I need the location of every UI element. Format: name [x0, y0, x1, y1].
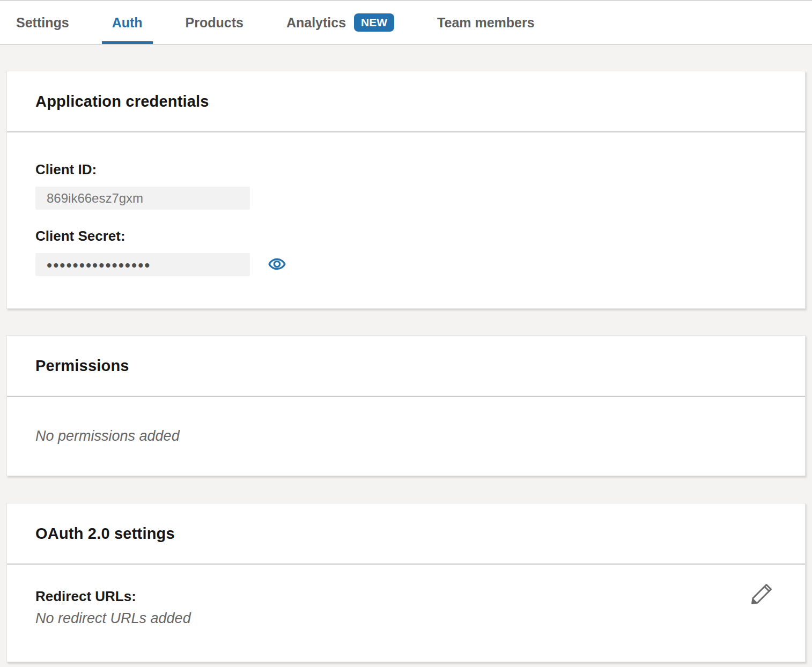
tab-team-members[interactable]: Team members	[427, 1, 545, 44]
client-secret-row: ••••••••••••••••	[35, 253, 777, 276]
no-permissions-text: No permissions added	[35, 428, 180, 444]
tab-settings-label: Settings	[16, 15, 69, 31]
oauth-settings-header: OAuth 2.0 settings	[7, 503, 805, 565]
tab-analytics[interactable]: Analytics NEW	[276, 1, 404, 44]
pencil-icon	[750, 600, 773, 608]
tab-bar: Settings Auth Products Analytics NEW Tea…	[0, 0, 812, 45]
main-content: Application credentials Client ID: 869ik…	[0, 45, 812, 662]
oauth-settings-body: Redirect URLs: No redirect URLs added	[7, 565, 805, 627]
permissions-title: Permissions	[35, 357, 129, 375]
reveal-secret-button[interactable]	[268, 256, 286, 274]
application-credentials-card: Application credentials Client ID: 869ik…	[6, 71, 806, 309]
redirect-urls-label: Redirect URLs:	[35, 588, 777, 605]
oauth-settings-card: OAuth 2.0 settings Redirect URLs: No red…	[6, 503, 806, 662]
client-id-label: Client ID:	[35, 161, 777, 178]
permissions-body: No permissions added	[7, 397, 805, 476]
permissions-card: Permissions No permissions added	[6, 335, 806, 476]
permissions-header: Permissions	[7, 336, 805, 397]
new-badge: NEW	[354, 13, 394, 32]
application-credentials-title: Application credentials	[35, 93, 209, 110]
client-id-value: 869ik66esz7gxm	[47, 191, 143, 206]
tab-auth-label: Auth	[112, 15, 143, 31]
client-secret-masked-value: ••••••••••••••••	[47, 256, 151, 273]
client-secret-label: Client Secret:	[35, 228, 777, 244]
application-credentials-body: Client ID: 869ik66esz7gxm Client Secret:…	[7, 132, 805, 276]
tab-team-members-label: Team members	[437, 15, 535, 31]
client-id-field[interactable]: 869ik66esz7gxm	[35, 187, 250, 210]
tab-products-label: Products	[186, 15, 243, 31]
tab-analytics-label: Analytics	[286, 15, 346, 31]
eye-icon	[268, 255, 286, 275]
tab-products[interactable]: Products	[175, 1, 254, 44]
oauth-settings-title: OAuth 2.0 settings	[35, 525, 175, 543]
tab-settings[interactable]: Settings	[6, 1, 79, 44]
no-redirect-urls-text: No redirect URLs added	[35, 610, 191, 626]
edit-redirect-urls-button[interactable]	[749, 582, 774, 606]
application-credentials-header: Application credentials	[7, 71, 805, 132]
client-secret-field[interactable]: ••••••••••••••••	[35, 253, 250, 276]
tab-auth[interactable]: Auth	[102, 1, 153, 44]
